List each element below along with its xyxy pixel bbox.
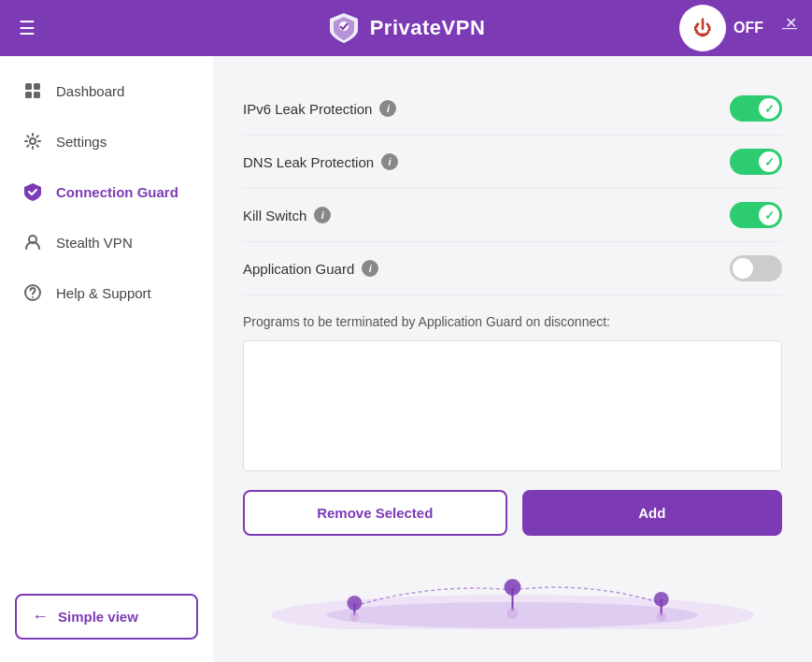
logo-shield-icon	[327, 11, 361, 45]
app-title: PrivateVPN	[370, 16, 486, 40]
power-status-label: OFF	[734, 20, 763, 36]
titlebar-controls: ⏻ OFF — ✕	[679, 5, 797, 51]
app-guard-label: Application Guard i	[243, 260, 378, 277]
sidebar-item-stealth-vpn[interactable]: Stealth VPN	[0, 217, 213, 267]
arrow-left-icon: ←	[32, 607, 49, 626]
app-logo: PrivateVPN	[327, 11, 486, 45]
hamburger-menu[interactable]: ☰	[19, 17, 36, 39]
svg-point-19	[657, 612, 666, 622]
app-guard-info-icon[interactable]: i	[362, 260, 378, 277]
svg-point-8	[32, 296, 34, 298]
dashboard-icon	[22, 80, 43, 101]
ipv6-toggle-row: IPv6 Leak Protection i ✓	[243, 82, 782, 136]
svg-point-5	[30, 138, 36, 144]
dns-info-icon[interactable]: i	[381, 153, 398, 170]
connection-guard-icon	[22, 181, 43, 202]
kill-switch-label: Kill Switch i	[243, 207, 331, 223]
close-button[interactable]: ✕	[785, 14, 797, 32]
svg-point-16	[507, 608, 519, 619]
sidebar-item-dashboard[interactable]: Dashboard	[0, 65, 213, 116]
kill-switch-toggle-row: Kill Switch i ✓	[243, 189, 782, 242]
kill-switch-check: ✓	[764, 209, 775, 223]
programs-description: Programs to be terminated by Application…	[243, 314, 782, 329]
sidebar-item-dashboard-label: Dashboard	[56, 83, 124, 99]
svg-rect-2	[34, 83, 40, 90]
add-button[interactable]: Add	[522, 490, 783, 536]
help-icon	[22, 282, 43, 303]
app-body: Dashboard Settings Connection Guard	[0, 56, 812, 662]
stealth-vpn-icon	[22, 232, 43, 252]
sidebar-item-help-support[interactable]: Help & Support	[0, 267, 213, 318]
kill-switch-toggle-thumb: ✓	[759, 205, 779, 225]
sidebar: Dashboard Settings Connection Guard	[0, 56, 213, 662]
titlebar: ☰ PrivateVPN ⏻ OFF — ✕	[0, 0, 812, 56]
svg-rect-3	[25, 92, 32, 98]
sidebar-item-stealth-vpn-label: Stealth VPN	[56, 235, 133, 251]
ipv6-toggle-thumb: ✓	[759, 98, 779, 119]
dns-label: DNS Leak Protection i	[243, 153, 398, 170]
sidebar-item-settings-label: Settings	[56, 134, 107, 150]
dns-toggle-thumb: ✓	[759, 151, 779, 172]
programs-list[interactable]	[243, 340, 782, 471]
main-content: IPv6 Leak Protection i ✓ DNS Leak Protec…	[213, 56, 812, 662]
svg-point-13	[349, 612, 359, 622]
kill-switch-toggle[interactable]: ✓	[730, 202, 782, 228]
kill-switch-info-icon[interactable]: i	[314, 207, 331, 223]
power-button[interactable]: ⏻	[679, 5, 726, 51]
sidebar-item-connection-guard-label: Connection Guard	[56, 184, 178, 200]
ipv6-check: ✓	[764, 102, 775, 116]
app-guard-toggle[interactable]	[730, 255, 782, 281]
power-icon: ⏻	[693, 18, 712, 39]
ipv6-toggle[interactable]: ✓	[730, 95, 782, 122]
decorative-illustration	[243, 554, 782, 629]
sidebar-item-settings[interactable]: Settings	[0, 116, 213, 166]
action-buttons: Remove Selected Add	[243, 490, 782, 536]
simple-view-button[interactable]: ← Simple view	[15, 594, 198, 640]
app-guard-toggle-thumb	[733, 258, 753, 279]
svg-rect-1	[25, 83, 32, 90]
remove-selected-button[interactable]: Remove Selected	[243, 490, 507, 536]
ipv6-info-icon[interactable]: i	[379, 100, 396, 117]
dns-toggle-row: DNS Leak Protection i ✓	[243, 136, 782, 189]
dns-check: ✓	[764, 155, 775, 169]
dns-toggle[interactable]: ✓	[730, 149, 782, 175]
ipv6-label: IPv6 Leak Protection i	[243, 100, 396, 117]
simple-view-label: Simple view	[58, 609, 138, 625]
settings-icon	[22, 131, 43, 151]
app-guard-toggle-row: Application Guard i	[243, 242, 782, 295]
sidebar-item-help-support-label: Help & Support	[56, 285, 151, 301]
sidebar-item-connection-guard[interactable]: Connection Guard	[0, 166, 213, 217]
svg-rect-4	[34, 92, 40, 98]
